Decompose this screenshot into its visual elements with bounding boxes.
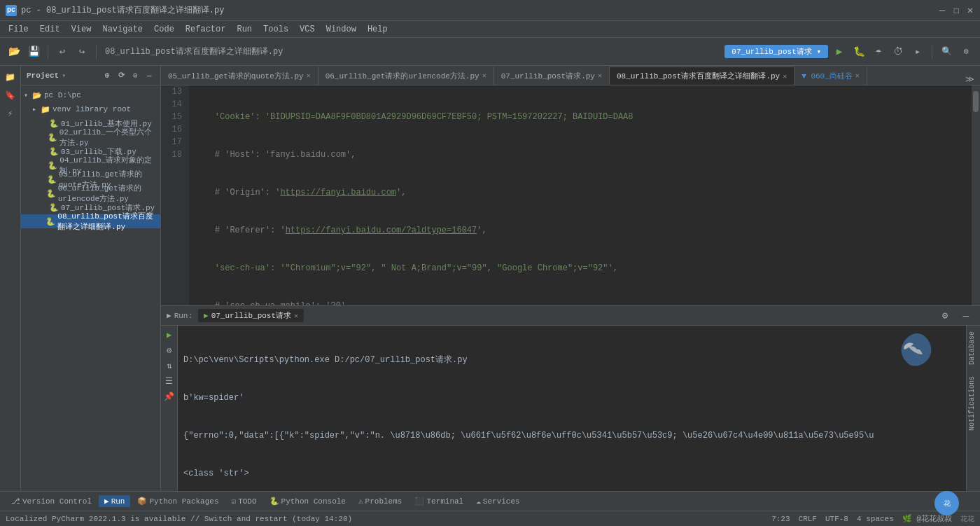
- coverage-button[interactable]: ☂: [870, 43, 887, 60]
- tree-item-file2[interactable]: 🐍 02_urllib_一个类型六个方法.py: [21, 130, 160, 144]
- tab-close-7[interactable]: ✕: [598, 71, 602, 80]
- minimize-button[interactable]: —: [938, 6, 946, 15]
- tree-item-file8[interactable]: 🐍 08_urllib_post请求百度翻译之详细翻译.py: [21, 214, 160, 228]
- scrollbar-thumb[interactable]: [973, 91, 979, 112]
- menu-vcs[interactable]: VCS: [294, 23, 321, 36]
- folder-icon-venv: 📁: [41, 105, 50, 114]
- menu-run[interactable]: Run: [231, 23, 258, 36]
- database-label[interactable]: Database: [967, 326, 980, 371]
- notifications-label[interactable]: Notifications: [967, 371, 980, 436]
- panel-icon-sync[interactable]: ⟳: [115, 70, 127, 81]
- run-clear-btn[interactable]: ☰: [163, 375, 176, 387]
- line-numbers: 13 14 15 16 17 18: [161, 85, 189, 305]
- profile-button[interactable]: ⏱: [890, 43, 906, 60]
- tab-more[interactable]: ▼ 060_尚硅谷 ✕: [794, 67, 867, 85]
- bottom-tab-run[interactable]: ▶ Run: [99, 495, 130, 507]
- code-content[interactable]: 'Cookie': 'BIDUPSID=DAA8F9F0BD801A2929D9…: [189, 85, 972, 305]
- run-left-buttons: ▶ ⚙ ⇅ ☰ 📌: [161, 326, 178, 491]
- bookmarks-icon[interactable]: 🔖: [2, 87, 19, 104]
- services-icon: ☁: [476, 497, 481, 506]
- bottom-tab-python-console[interactable]: 🐍 Python Console: [264, 495, 351, 507]
- menu-tools[interactable]: Tools: [258, 23, 294, 36]
- toolbar-save-btn[interactable]: 💾: [25, 43, 42, 60]
- tree-item-root[interactable]: ▾ 📂 pc D:\pc: [21, 88, 160, 102]
- status-indent[interactable]: 4 spaces: [857, 515, 894, 523]
- bottom-tab-services[interactable]: ☁ Services: [470, 495, 525, 507]
- left-sidebar-icons: 📁 🔖 ⚡: [0, 66, 21, 491]
- editor-scrollbar[interactable]: [972, 85, 980, 305]
- code-line-15: # 'Origin': 'https://fanyi.baidu.com',: [195, 186, 966, 199]
- bottom-tab-todo-label: TODO: [238, 497, 256, 506]
- project-panel-caret[interactable]: ▾: [62, 71, 66, 80]
- run-tab-close[interactable]: ✕: [294, 312, 298, 320]
- bottom-bar: ⎇ Version Control ▶ Run 📦 Python Package…: [0, 491, 980, 511]
- tab-close-5[interactable]: ✕: [307, 71, 311, 80]
- panel-icon-gear[interactable]: ⚙: [130, 70, 141, 81]
- tree-arrow-venv: ▸: [32, 105, 41, 113]
- bottom-tab-terminal[interactable]: ⬛ Terminal: [409, 495, 469, 507]
- avatar-initials: 花: [944, 499, 951, 508]
- structure-icon[interactable]: ⚡: [2, 105, 19, 122]
- status-position[interactable]: 7:23: [771, 515, 790, 523]
- tab-overflow-btn[interactable]: ≫: [960, 74, 980, 85]
- run-rerun-btn[interactable]: ▶: [163, 328, 176, 341]
- bottom-tab-todo[interactable]: ☑ TODO: [226, 495, 262, 507]
- avatar[interactable]: 花: [934, 491, 959, 515]
- python-console-icon: 🐍: [270, 497, 279, 506]
- run-scroll-btn[interactable]: ⇅: [163, 359, 176, 372]
- run-stop-btn[interactable]: ⚙: [163, 344, 176, 357]
- panel-header-icons: ⊕ ⟳ ⚙ —: [102, 70, 155, 81]
- tab-file6[interactable]: 06_urllib_get请求的urlencode方法.py ✕: [318, 67, 494, 85]
- toolbar-right: 07_urllib_post请求 ▾ ▶ 🐛 ☂ ⏱ ▸ 🔍 ⚙: [724, 43, 974, 60]
- project-sidebar-icon[interactable]: 📁: [2, 69, 19, 85]
- run-settings-btn[interactable]: ⚙: [937, 307, 953, 324]
- bottom-tab-problems[interactable]: ⚠ Problems: [353, 495, 407, 507]
- bottom-tab-version-control[interactable]: ⎇ Version Control: [6, 495, 97, 507]
- toolbar-undo-btn[interactable]: ↩: [54, 43, 71, 60]
- window-title: pc - 08_urllib_post请求百度翻译之详细翻译.py: [21, 4, 938, 16]
- code-editor[interactable]: 13 14 15 16 17 18 'Cookie': 'BIDUPSID=DA…: [161, 85, 980, 305]
- status-notification[interactable]: Localized PyCharm 2022.1.3 is available …: [6, 515, 771, 523]
- bottom-tab-python-packages[interactable]: 📦 Python Packages: [132, 495, 224, 507]
- tab-label-8: 08_urllib_post请求百度翻译之详细翻译.py: [617, 71, 780, 81]
- tab-close-6[interactable]: ✕: [482, 71, 486, 80]
- run-config-selector[interactable]: 07_urllib_post请求 ▾: [724, 45, 828, 58]
- panel-icon-collapse[interactable]: —: [144, 70, 155, 81]
- tree-item-file6[interactable]: 🐍 06_urllib_get请求的urlencode方法.py: [21, 186, 160, 200]
- menu-code[interactable]: Code: [148, 23, 180, 36]
- toolbar-redo-btn[interactable]: ↪: [74, 43, 90, 60]
- tree-item-venv[interactable]: ▸ 📁 venv library root: [21, 102, 160, 116]
- panel-icon-add[interactable]: ⊕: [102, 70, 113, 81]
- window-controls[interactable]: — ☐ ✕: [938, 6, 974, 15]
- file-icon-2: 🐍: [48, 133, 57, 142]
- tab-close-more[interactable]: ✕: [855, 71, 860, 80]
- status-line-sep[interactable]: CRLF: [799, 515, 817, 523]
- debug-button[interactable]: 🐛: [850, 43, 867, 60]
- more-run-btn[interactable]: ▸: [909, 43, 926, 60]
- menu-navigate[interactable]: Navigate: [97, 23, 148, 36]
- menu-edit[interactable]: Edit: [34, 23, 66, 36]
- run-tab-active[interactable]: ▶ 07_urllib_post请求 ✕: [198, 309, 304, 322]
- menu-window[interactable]: Window: [321, 23, 362, 36]
- bottom-tab-services-label: Services: [483, 497, 520, 506]
- close-button[interactable]: ✕: [966, 6, 974, 15]
- menu-file[interactable]: File: [3, 23, 34, 36]
- tab-label-more: ▼ 060_尚硅谷: [802, 71, 853, 81]
- search-everywhere-btn[interactable]: 🔍: [938, 43, 955, 60]
- tab-close-8[interactable]: ✕: [783, 72, 787, 81]
- toolbar-open-btn[interactable]: 📂: [6, 43, 22, 60]
- run-label: ▶ Run:: [167, 311, 192, 320]
- tab-file5[interactable]: 05_urllib_get请求的quote方法.py ✕: [161, 67, 318, 85]
- run-pin-btn[interactable]: 📌: [163, 390, 176, 403]
- maximize-button[interactable]: ☐: [952, 6, 960, 15]
- tab-file7[interactable]: 07_urllib_post请求.py ✕: [494, 67, 610, 85]
- status-encoding[interactable]: UTF-8: [825, 515, 848, 523]
- menu-view[interactable]: View: [66, 23, 97, 36]
- tab-file8[interactable]: 08_urllib_post请求百度翻译之详细翻译.py ✕: [610, 67, 794, 85]
- run-output-line-3: {"errno":0,"data":[{"k":"spider","v":"n.…: [183, 429, 960, 442]
- menu-help[interactable]: Help: [362, 23, 393, 36]
- menu-refactor[interactable]: Refactor: [180, 23, 232, 36]
- settings-btn[interactable]: ⚙: [958, 43, 974, 60]
- run-minimize-btn[interactable]: —: [958, 307, 974, 324]
- run-button[interactable]: ▶: [831, 43, 848, 60]
